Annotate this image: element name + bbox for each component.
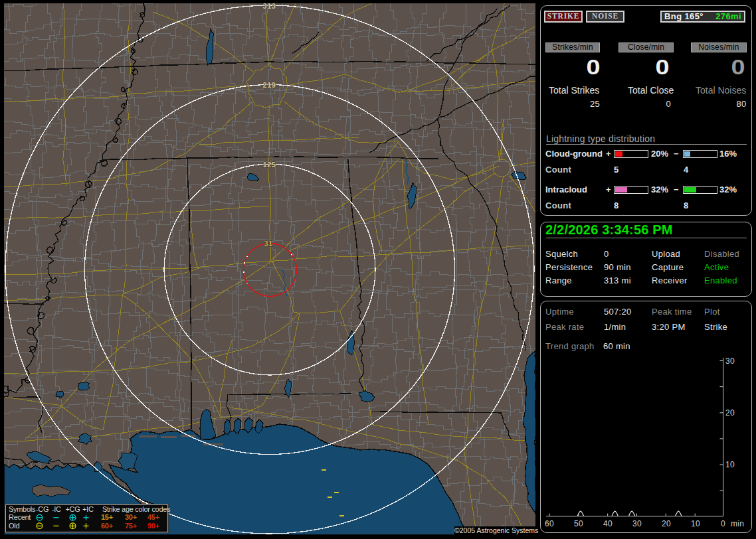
svg-text:313: 313: [263, 3, 276, 10]
svg-text:125: 125: [263, 161, 276, 169]
svg-text:219: 219: [263, 81, 276, 89]
svg-text:31: 31: [264, 240, 272, 248]
